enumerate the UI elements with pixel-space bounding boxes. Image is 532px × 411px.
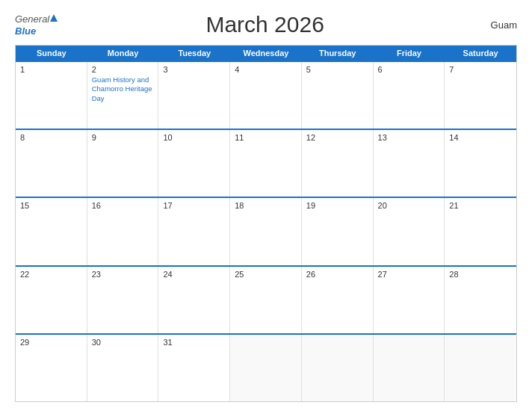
day-number: 19 [306,201,368,210]
cal-cell-2-2: 17 [158,198,230,265]
day-number: 1 [20,65,82,74]
day-number: 26 [306,270,368,279]
cal-cell-3-0: 22 [16,267,87,333]
day-number: 12 [306,133,368,142]
day-number: 27 [378,270,440,279]
cal-cell-4-1: 30 [87,335,159,401]
logo: General Blue [15,13,58,37]
cal-cell-0-1: 2Guam History and Chamorro Heritage Day [87,62,159,129]
calendar-week-1: 12Guam History and Chamorro Heritage Day… [16,61,516,129]
region-label: Guam [472,19,517,31]
day-number: 30 [92,338,154,347]
cal-cell-1-2: 10 [158,130,230,197]
day-number: 5 [306,65,368,74]
calendar-week-5: 293031 [16,333,516,401]
svg-marker-0 [50,14,58,22]
day-number: 18 [235,201,297,210]
calendar-week-3: 15161718192021 [16,197,516,265]
cal-cell-4-0: 29 [16,335,87,401]
cal-cell-4-2: 31 [158,335,230,401]
day-number: 10 [163,133,225,142]
cal-cell-2-5: 20 [374,198,445,265]
cal-cell-0-6: 7 [445,62,516,129]
logo-triangle-icon [50,12,58,24]
calendar-week-4: 22232425262728 [16,265,516,333]
header-monday: Monday [87,46,159,61]
cal-cell-3-1: 23 [87,267,159,333]
day-number: 8 [20,133,82,142]
cal-cell-2-1: 16 [87,198,159,265]
cal-cell-0-4: 5 [302,62,374,129]
calendar-header: Sunday Monday Tuesday Wednesday Thursday… [16,46,516,61]
day-number: 15 [20,201,82,210]
header-sunday: Sunday [16,46,87,61]
header-saturday: Saturday [445,46,516,61]
day-number: 4 [235,65,297,74]
logo-blue-text: Blue [15,25,36,37]
cal-cell-2-4: 19 [302,198,374,265]
header-wednesday: Wednesday [230,46,302,61]
header-tuesday: Tuesday [158,46,230,61]
day-number: 14 [449,133,512,142]
cal-cell-0-0: 1 [16,62,87,129]
cal-cell-1-5: 13 [374,130,445,197]
cal-cell-1-1: 9 [87,130,159,197]
day-number: 29 [20,338,82,347]
cal-cell-4-3 [230,335,302,401]
day-number: 22 [20,270,82,279]
day-number: 2 [92,65,154,74]
day-number: 6 [378,65,440,74]
day-number: 31 [163,338,225,347]
day-number: 13 [378,133,440,142]
calendar-week-2: 891011121314 [16,129,516,197]
cal-cell-3-2: 24 [158,267,230,333]
day-number: 11 [235,133,297,142]
day-number: 17 [163,201,225,210]
cal-cell-0-2: 3 [158,62,230,129]
day-number: 16 [92,201,154,210]
cal-cell-2-0: 15 [16,198,87,265]
day-number: 23 [92,270,154,279]
cal-cell-2-3: 18 [230,198,302,265]
cal-cell-3-3: 25 [230,267,302,333]
cal-cell-1-6: 14 [445,130,516,197]
cal-cell-1-0: 8 [16,130,87,197]
cal-cell-3-6: 28 [445,267,516,333]
cal-cell-4-4 [302,335,374,401]
day-number: 3 [163,65,225,74]
cal-cell-4-6 [445,335,516,401]
cal-cell-1-4: 12 [302,130,374,197]
cal-cell-0-3: 4 [230,62,302,129]
cal-cell-3-5: 27 [374,267,445,333]
day-number: 9 [92,133,154,142]
cal-cell-1-3: 11 [230,130,302,197]
cal-cell-3-4: 26 [302,267,374,333]
calendar-page: General Blue March 2026 Guam Sunday Mond… [0,0,532,411]
header-thursday: Thursday [302,46,374,61]
day-number: 20 [378,201,440,210]
cal-cell-0-5: 6 [374,62,445,129]
day-number: 28 [449,270,512,279]
day-number: 24 [163,270,225,279]
cal-cell-4-5 [374,335,445,401]
day-number: 7 [449,65,512,74]
calendar-grid: Sunday Monday Tuesday Wednesday Thursday… [15,45,517,402]
calendar-body: 12Guam History and Chamorro Heritage Day… [16,61,516,401]
day-number: 25 [235,270,297,279]
day-number: 21 [449,201,512,210]
header: General Blue March 2026 Guam [15,12,517,37]
cal-cell-2-6: 21 [445,198,516,265]
logo-general-text: General [15,14,49,24]
calendar-title: March 2026 [58,12,472,37]
header-friday: Friday [374,46,445,61]
event-label: Guam History and Chamorro Heritage Day [92,75,154,103]
